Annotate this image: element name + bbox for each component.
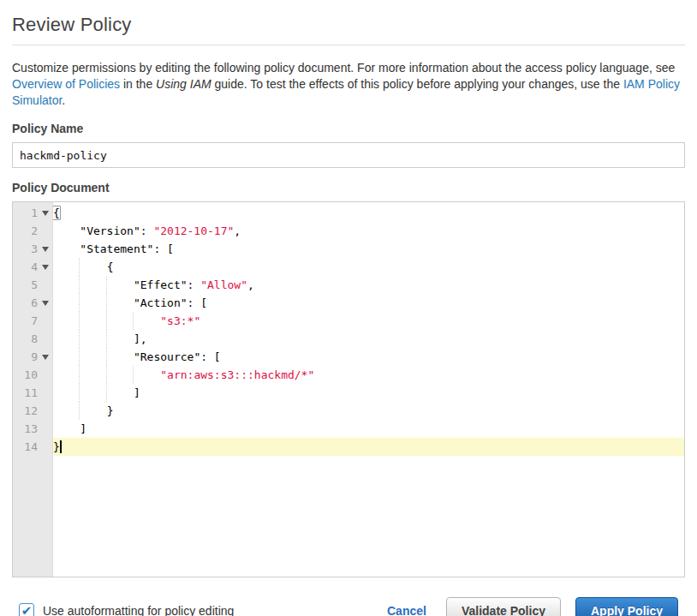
line-number[interactable]: 14 xyxy=(13,438,52,456)
string-token: "arn:aws:s3:::hackmd/*" xyxy=(160,368,314,381)
indent-guide xyxy=(53,240,80,258)
policy-editor-content[interactable]: { "Version": "2012-10-17", "Statement": … xyxy=(53,202,684,577)
review-policy-page: Review Policy Customize permissions by e… xyxy=(0,14,697,616)
indent-guide xyxy=(53,348,80,366)
indent-guide xyxy=(106,312,134,330)
line-number[interactable]: 5 xyxy=(13,276,52,294)
indent-guide xyxy=(133,366,160,384)
code-token: , xyxy=(234,224,241,237)
code-token: } xyxy=(53,440,60,453)
apply-policy-button[interactable]: Apply Policy xyxy=(575,597,678,616)
code-line[interactable]: "arn:aws:s3:::hackmd/*" xyxy=(53,366,684,384)
indent-guide xyxy=(79,366,106,384)
code-token: "Version": xyxy=(80,224,153,237)
indent-guide xyxy=(53,294,80,312)
code-token: { xyxy=(52,206,61,220)
validate-policy-button[interactable]: Validate Policy xyxy=(446,597,561,616)
code-token: { xyxy=(107,260,114,273)
indent-guide xyxy=(79,258,106,276)
line-number[interactable]: 4 xyxy=(13,258,52,276)
fold-arrow-icon[interactable] xyxy=(42,301,49,306)
code-token: "Action": [ xyxy=(134,296,207,309)
text-cursor xyxy=(60,440,62,453)
code-line[interactable]: "Effect": "Allow", xyxy=(53,276,684,294)
overview-of-policies-link[interactable]: Overview of Policies xyxy=(12,77,120,91)
line-number[interactable]: 10 xyxy=(13,366,52,384)
code-line[interactable]: ] xyxy=(53,384,684,402)
fold-arrow-icon[interactable] xyxy=(42,211,49,216)
code-token: "Statement": [ xyxy=(80,242,174,255)
line-number[interactable]: 11 xyxy=(13,384,52,402)
title-divider xyxy=(12,45,685,45)
indent-guide xyxy=(79,276,106,294)
policy-editor-gutter: 1234567891011121314 xyxy=(13,202,53,577)
line-number[interactable]: 12 xyxy=(13,402,52,420)
footer-bar: ✔ Use autoformatting for policy editing … xyxy=(12,597,685,616)
autoformat-label: Use autoformatting for policy editing xyxy=(43,604,234,616)
indent-guide xyxy=(53,402,80,420)
line-number[interactable]: 8 xyxy=(13,330,52,348)
autoformat-option: ✔ Use autoformatting for policy editing xyxy=(19,603,234,616)
intro-text: guide. To test the effects of this polic… xyxy=(211,77,623,91)
code-line[interactable]: { xyxy=(53,204,684,222)
indent-guide xyxy=(106,348,134,366)
line-number[interactable]: 9 xyxy=(13,348,52,366)
code-line[interactable]: ], xyxy=(53,330,684,348)
line-number[interactable]: 3 xyxy=(13,240,52,258)
indent-guide xyxy=(53,330,80,348)
code-line[interactable]: "Version": "2012-10-17", xyxy=(53,222,684,240)
code-line[interactable]: "Resource": [ xyxy=(53,348,684,366)
code-token: , xyxy=(247,278,254,291)
policy-document-editor[interactable]: 1234567891011121314 { "Version": "2012-1… xyxy=(12,201,685,577)
policy-name-label: Policy Name xyxy=(12,122,685,135)
string-token: "s3:*" xyxy=(160,314,200,327)
guide-name-text: Using IAM xyxy=(156,77,211,91)
intro-text: in the xyxy=(120,77,156,91)
code-token: ] xyxy=(80,422,86,435)
intro-text: Customize permissions by editing the fol… xyxy=(12,61,675,75)
line-number[interactable]: 1 xyxy=(13,204,52,222)
code-line[interactable]: "s3:*" xyxy=(53,312,684,330)
code-line[interactable]: } xyxy=(53,402,684,420)
line-number[interactable]: 13 xyxy=(13,420,52,438)
footer-actions: Cancel Validate Policy Apply Policy xyxy=(387,597,678,616)
cancel-link[interactable]: Cancel xyxy=(387,604,426,616)
code-line[interactable]: { xyxy=(53,258,684,276)
policy-name-input[interactable] xyxy=(12,142,685,168)
code-token: ] xyxy=(134,386,140,399)
code-token: } xyxy=(107,404,114,417)
indent-guide xyxy=(79,384,106,402)
page-title: Review Policy xyxy=(12,14,685,36)
code-line[interactable]: "Action": [ xyxy=(53,294,684,312)
code-line[interactable]: "Statement": [ xyxy=(53,240,684,258)
string-token: "2012-10-17" xyxy=(153,224,234,237)
intro-text: . xyxy=(62,93,65,107)
line-number[interactable]: 6 xyxy=(13,294,52,312)
indent-guide xyxy=(53,384,80,402)
indent-guide xyxy=(79,402,106,420)
indent-guide xyxy=(106,330,134,348)
autoformat-checkbox[interactable]: ✔ xyxy=(19,603,34,616)
code-line[interactable]: ] xyxy=(53,420,684,438)
indent-guide xyxy=(53,276,80,294)
line-number[interactable]: 2 xyxy=(13,222,52,240)
indent-guide xyxy=(106,294,134,312)
fold-arrow-icon[interactable] xyxy=(42,265,49,270)
indent-guide xyxy=(106,384,134,402)
intro-paragraph: Customize permissions by editing the fol… xyxy=(12,60,685,109)
fold-arrow-icon[interactable] xyxy=(42,247,49,252)
code-line[interactable]: } xyxy=(53,438,684,456)
indent-guide xyxy=(79,330,106,348)
indent-guide xyxy=(53,312,80,330)
fold-arrow-icon[interactable] xyxy=(42,355,49,360)
indent-guide xyxy=(106,276,134,294)
line-number[interactable]: 7 xyxy=(13,312,52,330)
indent-guide xyxy=(53,222,80,240)
indent-guide xyxy=(79,348,106,366)
indent-guide xyxy=(79,294,106,312)
indent-guide xyxy=(53,366,80,384)
indent-guide xyxy=(106,366,134,384)
string-token: "Allow" xyxy=(200,278,247,291)
code-token: "Resource": [ xyxy=(134,350,221,363)
checkmark-icon: ✔ xyxy=(21,604,33,616)
